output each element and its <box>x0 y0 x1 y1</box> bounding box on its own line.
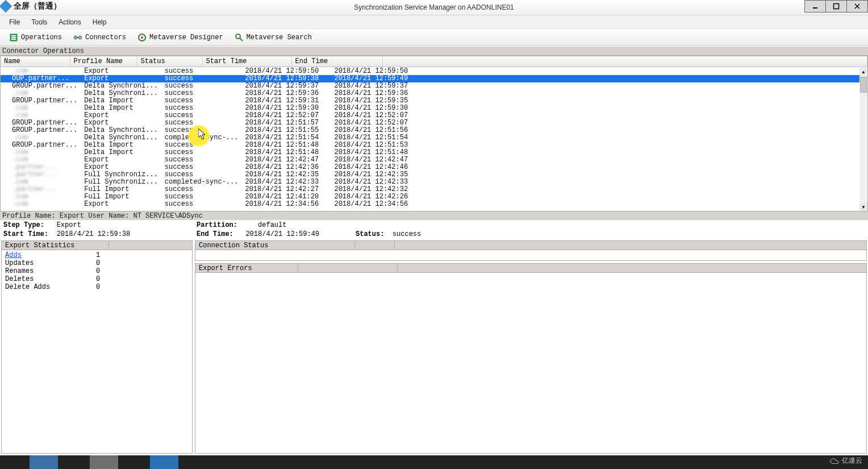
operations-grid-title: Connector Operations <box>0 47 868 56</box>
tab-metaverse-designer-label: Metaverse Designer <box>149 34 223 41</box>
operations-grid[interactable]: Name Profile Name Status Start Time End … <box>0 56 868 211</box>
connectors-icon <box>73 33 82 42</box>
tab-operations[interactable]: Operations <box>3 31 68 44</box>
lower-panes: Export Statistics Adds1Updates0Renames0D… <box>0 239 868 455</box>
export-errors-pane: Export Errors <box>195 263 867 454</box>
title-bar: Synchronization Service Manager on AADON… <box>0 0 868 15</box>
col-name[interactable]: Name <box>1 56 70 67</box>
table-row[interactable]: .comDelta Synchroni...completed-sync-...… <box>1 134 859 142</box>
menu-actions[interactable]: Actions <box>53 16 86 28</box>
tab-metaverse-designer[interactable]: Metaverse Designer <box>132 31 229 44</box>
svg-point-13 <box>236 34 240 39</box>
operations-icon <box>9 33 18 42</box>
metaverse-search-icon <box>235 33 244 42</box>
tab-connectors-label: Connectors <box>85 34 126 41</box>
table-row[interactable]: .comDelta Synchroni...success2018/4/21 1… <box>1 90 859 97</box>
svg-point-12 <box>141 36 143 39</box>
col-profile[interactable]: Profile Name <box>70 56 137 67</box>
col-start[interactable]: Start Time <box>202 56 291 67</box>
tab-metaverse-search[interactable]: Metaverse Search <box>229 31 318 44</box>
tab-connectors[interactable]: Connectors <box>68 31 132 44</box>
step-type-label: Step Type: <box>3 221 44 229</box>
connection-status-header: Connection Status <box>199 242 355 249</box>
table-row[interactable]: .comFull Importsuccess2018/4/21 12:41:20… <box>1 193 859 201</box>
watermark-label: 亿速云 <box>842 456 862 466</box>
stat-row: Delete Adds0 <box>5 283 189 291</box>
table-row[interactable]: .partner...Full Synchroniz...success2018… <box>1 171 859 179</box>
taskbar[interactable] <box>0 455 868 469</box>
window-title: Synchronization Service Manager on AADON… <box>0 3 868 11</box>
svg-rect-6 <box>11 37 16 38</box>
table-row[interactable]: .partner...Exportsuccess2018/4/21 12:42:… <box>1 164 859 171</box>
col-status[interactable]: Status <box>137 56 202 67</box>
stat-row[interactable]: Adds1 <box>5 251 189 259</box>
export-statistics-header: Export Statistics <box>5 242 109 249</box>
taskbar-app-1[interactable] <box>30 455 58 469</box>
window-controls <box>805 0 868 13</box>
export-statistics-pane: Export Statistics Adds1Updates0Renames0D… <box>1 240 193 454</box>
recorder-logo-icon <box>0 0 12 13</box>
end-time-value: 2018/4/21 12:59:49 <box>245 230 319 238</box>
svg-rect-5 <box>11 35 16 36</box>
table-row[interactable]: .comExportsuccess2018/4/21 12:34:562018/… <box>1 201 859 208</box>
table-row[interactable]: .comDelta Importsuccess2018/4/21 12:59:3… <box>1 105 859 112</box>
recorder-overlay: 全屏（普通） <box>0 0 66 13</box>
table-row[interactable]: OUP.partner...Exportsuccess2018/4/21 12:… <box>1 75 859 82</box>
scrollbar-thumb[interactable] <box>860 77 867 93</box>
scroll-up-button[interactable]: ▲ <box>859 68 867 76</box>
partition-label: Partition: <box>197 221 237 229</box>
start-time-value: 2018/4/21 12:59:38 <box>57 230 131 238</box>
table-row[interactable]: GROUP.partner...Delta Importsuccess2018/… <box>1 142 859 149</box>
status-label: Status: <box>356 230 384 238</box>
table-row[interactable]: GROUP.partner...Delta Importsuccess2018/… <box>1 97 859 105</box>
operations-scrollbar[interactable]: ▲ ▼ <box>859 68 867 211</box>
operations-table-body[interactable]: .comExportsuccess2018/4/21 12:59:502018/… <box>1 68 859 211</box>
col-end[interactable]: End Time <box>291 56 382 67</box>
taskbar-app-3[interactable] <box>150 455 178 469</box>
taskbar-app-2[interactable] <box>90 455 118 469</box>
export-errors-header: Export Errors <box>199 264 298 272</box>
tab-metaverse-search-label: Metaverse Search <box>247 34 312 41</box>
table-row[interactable]: .comDelta Importsuccess2018/4/21 12:51:4… <box>1 149 859 156</box>
table-row[interactable]: .comExportsuccess2018/4/21 12:52:072018/… <box>1 112 859 119</box>
maximize-button[interactable] <box>825 0 847 13</box>
table-row[interactable]: .comExportsuccess2018/4/21 12:59:502018/… <box>1 68 859 75</box>
end-time-label: End Time: <box>197 230 233 238</box>
details-header: Profile Name: Export User Name: NT SERVI… <box>0 211 868 220</box>
stat-row: Renames0 <box>5 267 189 275</box>
status-value: success <box>393 230 421 238</box>
export-statistics-body: Adds1Updates0Renames0Deletes0Delete Adds… <box>2 250 192 453</box>
toolbar: Operations Connectors Metaverse Designer… <box>0 29 868 46</box>
operations-table-header: Name Profile Name Status Start Time End … <box>1 56 867 67</box>
menu-file[interactable]: File <box>3 16 26 28</box>
table-row[interactable]: GROUP.partner...Delta Synchroni...succes… <box>1 127 859 134</box>
recorder-label: 全屏（普通） <box>14 1 61 11</box>
details-info: Step Type: Export Partition: default Sta… <box>0 220 868 239</box>
scroll-down-button[interactable]: ▼ <box>859 203 867 211</box>
step-type-value: Export <box>57 221 81 229</box>
svg-rect-7 <box>11 39 16 40</box>
table-row[interactable]: GROUP.partner...Exportsuccess2018/4/21 1… <box>1 119 859 127</box>
connection-status-pane: Connection Status <box>195 240 867 261</box>
metaverse-designer-icon <box>137 33 147 42</box>
menu-bar: File Tools Actions Help <box>0 15 868 29</box>
table-row[interactable]: .comFull Synchroniz...completed-sync-...… <box>1 179 859 186</box>
close-button[interactable] <box>846 0 868 13</box>
menu-help[interactable]: Help <box>87 16 112 28</box>
start-time-label: Start Time: <box>3 230 48 238</box>
partition-value: default <box>258 221 286 229</box>
col-pad <box>382 56 867 67</box>
svg-line-14 <box>240 38 243 41</box>
table-row[interactable]: GROUP.partner...Delta Synchroni...succes… <box>1 82 859 90</box>
stat-row: Deletes0 <box>5 275 189 283</box>
stat-row: Updates0 <box>5 259 189 267</box>
svg-rect-1 <box>834 4 839 9</box>
table-row[interactable]: .comExportsuccess2018/4/21 12:42:472018/… <box>1 156 859 164</box>
watermark: 亿速云 <box>829 456 862 466</box>
table-row[interactable]: .partner...Full Importsuccess2018/4/21 1… <box>1 186 859 193</box>
minimize-button[interactable] <box>804 0 826 13</box>
tab-operations-label: Operations <box>21 34 62 41</box>
menu-tools[interactable]: Tools <box>26 16 53 28</box>
